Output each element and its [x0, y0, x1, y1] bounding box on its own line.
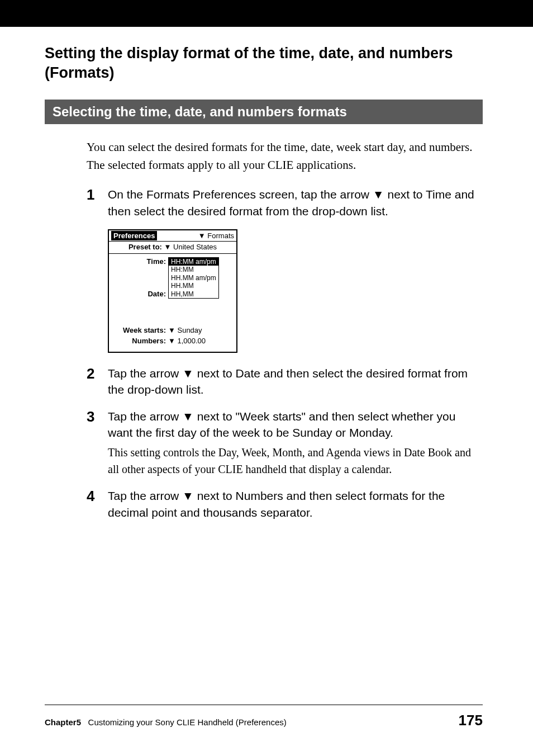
- ss-time-dropdown: HH:MM am/pm HH:MM HH.MM am/pm HH.MM HH,M…: [168, 257, 219, 299]
- ss-time-opt: HH,MM: [169, 290, 218, 298]
- ss-time-opt: HH.MM am/pm: [169, 274, 218, 282]
- ss-preset-row: Preset to: ▼ United States: [109, 242, 236, 254]
- step-number: 4: [87, 488, 108, 521]
- ss-numbers-value: ▼ 1,000.00: [168, 337, 206, 345]
- page-footer: Chapter5 Customizing your Sony CLIE Hand…: [45, 705, 483, 729]
- step-number: 3: [87, 408, 108, 478]
- ss-preset-label: Preset to:: [129, 243, 162, 251]
- step-instruction: Tap the arrow ▼ next to Numbers and then…: [108, 488, 483, 521]
- ss-time-label: Time:: [112, 257, 168, 266]
- main-heading: Setting the display format of the time, …: [45, 44, 483, 83]
- ss-weekstarts-label: Week starts:: [112, 326, 168, 334]
- step-instruction: On the Formats Preferences screen, tap t…: [108, 186, 483, 219]
- ss-weekstarts-value: ▼ Sunday: [168, 326, 202, 334]
- ss-title: Preferences: [111, 231, 157, 240]
- sub-heading: Selecting the time, date, and numbers fo…: [45, 100, 483, 124]
- step-detail: This setting controls the Day, Week, Mon…: [108, 444, 483, 478]
- step-3: 3 Tap the arrow ▼ next to "Week starts" …: [87, 408, 483, 478]
- ss-time-opt: HH:MM: [169, 266, 218, 273]
- ss-menu: ▼ Formats: [198, 231, 234, 240]
- intro-paragraph: You can select the desired formats for t…: [87, 139, 483, 174]
- ss-preset-value: ▼ United States: [164, 243, 217, 251]
- step-number: 2: [87, 365, 108, 398]
- ss-time-opt: HH.MM: [169, 282, 218, 290]
- top-black-bar: [0, 0, 533, 27]
- step-4: 4 Tap the arrow ▼ next to Numbers and th…: [87, 488, 483, 521]
- ss-time-opt-selected: HH:MM am/pm: [169, 258, 218, 266]
- step-instruction: Tap the arrow ▼ next to "Week starts" an…: [108, 408, 483, 441]
- ss-date-label: Date:: [112, 273, 168, 298]
- footer-chapter-text: Customizing your Sony CLIE Handheld (Pre…: [88, 717, 287, 727]
- page-content: Setting the display format of the time, …: [0, 27, 533, 521]
- ss-numbers-label: Numbers:: [112, 337, 168, 345]
- step-number: 1: [87, 186, 108, 219]
- step-1: 1 On the Formats Preferences screen, tap…: [87, 186, 483, 219]
- page-number: 175: [459, 712, 483, 729]
- footer-chapter: Chapter5: [45, 717, 81, 727]
- preferences-screenshot: Preferences ▼ Formats Preset to: ▼ Unite…: [108, 229, 483, 353]
- step-instruction: Tap the arrow ▼ next to Date and then se…: [108, 365, 483, 398]
- step-2: 2 Tap the arrow ▼ next to Date and then …: [87, 365, 483, 398]
